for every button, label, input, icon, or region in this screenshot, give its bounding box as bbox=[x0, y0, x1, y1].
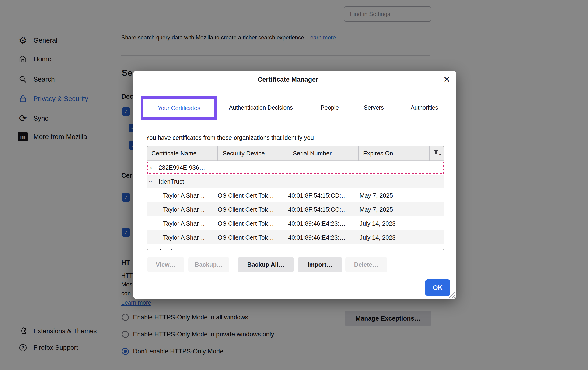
cell-expires-on: May 7, 2025 bbox=[360, 203, 393, 216]
tab-people[interactable]: People bbox=[321, 103, 339, 112]
ok-button[interactable]: OK bbox=[425, 279, 450, 296]
dialog-title: Certificate Manager bbox=[133, 76, 443, 83]
certificate-row[interactable]: Taylor A Shar…OS Client Cert Tok…40:01:8… bbox=[147, 188, 444, 203]
header-separator bbox=[358, 146, 359, 161]
cell-expires-on: May 7, 2025 bbox=[360, 188, 393, 203]
close-icon[interactable]: ✕ bbox=[443, 75, 450, 84]
backup-button: Backup… bbox=[188, 257, 229, 272]
table-header: Certificate Name Security Device Serial … bbox=[147, 146, 444, 161]
cell-certificate-name: Taylor A Shar… bbox=[163, 216, 205, 230]
header-separator bbox=[429, 146, 430, 161]
tab-your-certificates[interactable]: Your Certificates bbox=[158, 104, 200, 112]
column-header-security-device[interactable]: Security Device bbox=[223, 146, 265, 161]
group-name: IdenTrust bbox=[159, 175, 184, 188]
cell-expires-on: July 14, 2023 bbox=[360, 230, 396, 245]
cell-serial-number: 40:01:8F:54:15:CC:… bbox=[288, 203, 347, 216]
backup-all-button[interactable]: Backup All… bbox=[238, 257, 294, 272]
certificate-manager-dialog: Certificate Manager ✕ Authentication Dec… bbox=[133, 71, 456, 299]
cell-serial-number: 40:01:8F:54:15:CD:… bbox=[288, 188, 347, 203]
certificates-intro-text: You have certificates from these organiz… bbox=[146, 134, 314, 141]
certificate-group-row[interactable]: Jamf bbox=[147, 245, 444, 250]
certificate-row[interactable]: Taylor A Shar…OS Client Cert Tok…40:01:8… bbox=[147, 203, 444, 216]
title-divider bbox=[133, 90, 456, 90]
focused-row-outline bbox=[147, 161, 444, 174]
column-picker-icon[interactable]: ▾ bbox=[434, 150, 441, 156]
certificate-group-row[interactable]: ›IdenTrust bbox=[147, 175, 444, 188]
certificates-table: Certificate Name Security Device Serial … bbox=[147, 146, 444, 250]
firefox-settings-window: Share search query data with Mozilla to … bbox=[0, 0, 588, 370]
import-button[interactable]: Import… bbox=[298, 257, 342, 272]
column-header-certificate-name[interactable]: Certificate Name bbox=[151, 146, 197, 161]
certificate-row[interactable]: Taylor A Shar…OS Client Cert Tok…40:01:8… bbox=[147, 230, 444, 245]
cell-serial-number: 40:01:89:46:E4:23:… bbox=[288, 230, 346, 245]
cell-serial-number: 40:01:89:46:E4:23:… bbox=[288, 216, 346, 230]
annotation-highlight-box: Your Certificates bbox=[141, 96, 217, 120]
cell-security-device: OS Client Cert Tok… bbox=[218, 216, 274, 230]
cell-certificate-name: Taylor A Shar… bbox=[163, 203, 205, 216]
column-header-serial-number[interactable]: Serial Number bbox=[293, 146, 332, 161]
cell-certificate-name: Taylor A Shar… bbox=[163, 188, 205, 203]
cell-security-device: OS Client Cert Tok… bbox=[218, 203, 274, 216]
header-separator bbox=[217, 146, 218, 161]
certificate-row[interactable]: Taylor A Shar…OS Client Cert Tok…40:01:8… bbox=[147, 216, 444, 230]
column-header-expires-on[interactable]: Expires On bbox=[363, 146, 393, 161]
cell-security-device: OS Client Cert Tok… bbox=[218, 188, 274, 203]
cell-security-device: OS Client Cert Tok… bbox=[218, 230, 274, 245]
tab-servers[interactable]: Servers bbox=[364, 103, 384, 112]
tab-authorities[interactable]: Authorities bbox=[411, 103, 438, 112]
tab-authentication-decisions[interactable]: Authentication Decisions bbox=[229, 103, 293, 112]
view-button: View… bbox=[147, 257, 184, 272]
delete-button: Delete… bbox=[345, 257, 387, 272]
chevron-down-icon[interactable]: › bbox=[147, 180, 158, 183]
header-separator bbox=[288, 146, 288, 161]
cell-certificate-name: Taylor A Shar… bbox=[163, 230, 205, 245]
group-name: Jamf bbox=[159, 245, 172, 250]
cell-expires-on: July 14, 2023 bbox=[360, 216, 396, 230]
